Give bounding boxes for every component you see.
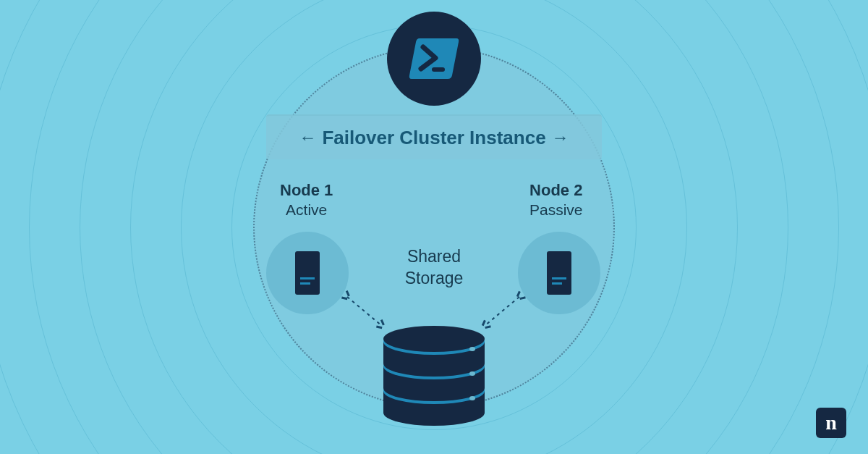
storage-stack-icon [380,317,488,436]
shared-storage-label: Shared Storage [405,246,464,290]
svg-point-12 [469,347,475,351]
brand-logo: n [816,408,846,438]
arrow-node2-to-storage [485,297,519,326]
svg-point-11 [383,326,485,352]
svg-point-13 [469,371,475,376]
svg-point-14 [469,396,475,400]
svg-line-1 [347,297,382,326]
